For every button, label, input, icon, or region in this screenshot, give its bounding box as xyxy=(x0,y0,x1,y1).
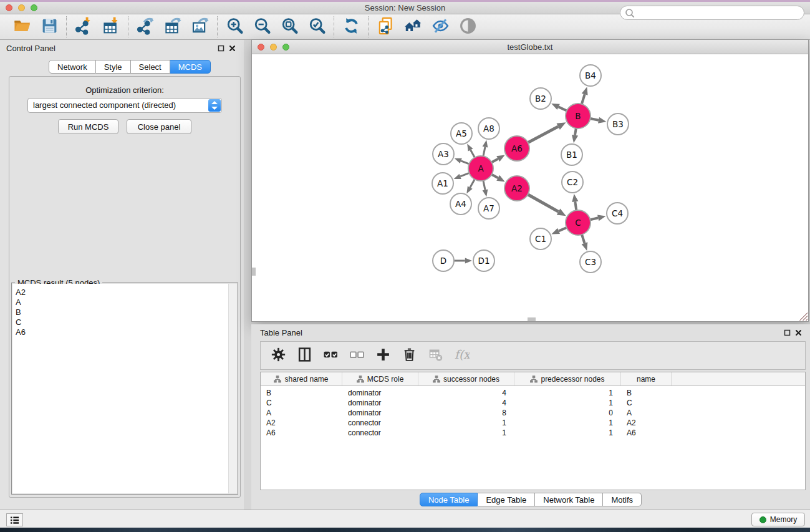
edge-A-A7[interactable] xyxy=(483,181,485,190)
node-C3[interactable]: C3 xyxy=(580,251,601,273)
zoom-selected-button[interactable] xyxy=(305,16,329,37)
select-all-columns-button[interactable] xyxy=(322,346,339,365)
edge-A6-B[interactable] xyxy=(528,127,559,143)
edge-A-A2[interactable] xyxy=(492,175,498,178)
column-header-MCDS-role[interactable]: MCDS role xyxy=(342,372,418,385)
network-vertical-scrollbar[interactable] xyxy=(252,268,256,276)
table-row[interactable]: Cdominator41C xyxy=(261,398,805,408)
edge-A-A6[interactable] xyxy=(492,159,498,163)
tab-network[interactable]: Network xyxy=(49,60,96,74)
edge-B-B4[interactable] xyxy=(582,94,585,104)
mcds-result-scrollbar[interactable] xyxy=(228,284,237,493)
edge-A-A3[interactable] xyxy=(461,161,469,164)
window-resize-grip[interactable] xyxy=(799,312,808,321)
function-builder-button[interactable]: f(x) xyxy=(453,346,470,365)
column-layout-button[interactable] xyxy=(296,346,313,365)
table-close-panel-icon[interactable] xyxy=(793,327,804,338)
tab-edge-table[interactable]: Edge Table xyxy=(478,493,535,506)
task-history-button[interactable] xyxy=(6,513,23,526)
create-column-button[interactable] xyxy=(374,346,392,365)
zoom-fit-button[interactable] xyxy=(277,16,301,37)
memory-button[interactable]: Memory xyxy=(751,513,805,526)
node-A8[interactable]: A8 xyxy=(478,118,499,139)
edge-C-C1[interactable] xyxy=(559,228,567,231)
cybrowser-home-button[interactable] xyxy=(401,16,425,37)
open-file-button[interactable] xyxy=(10,16,34,37)
import-network-button[interactable] xyxy=(72,16,95,37)
import-table-button[interactable] xyxy=(99,16,123,37)
node-A6[interactable]: A6 xyxy=(504,136,529,161)
tab-network-table[interactable]: Network Table xyxy=(535,493,603,506)
node-D1[interactable]: D1 xyxy=(473,250,494,271)
node-B2[interactable]: B2 xyxy=(530,88,551,109)
node-C1[interactable]: C1 xyxy=(530,228,551,249)
mcds-result-item[interactable]: A2 xyxy=(16,288,228,297)
column-header-predecessor-nodes[interactable]: predecessor nodes xyxy=(514,372,621,385)
zoom-out-button[interactable] xyxy=(250,16,274,37)
edge-C-C2[interactable] xyxy=(575,201,576,210)
node-A7[interactable]: A7 xyxy=(478,198,499,219)
new-network-from-selection-button[interactable] xyxy=(374,16,397,37)
edge-A-A8[interactable] xyxy=(483,147,485,157)
node-D[interactable]: D xyxy=(433,250,454,271)
criterion-dropdown[interactable]: largest connected component (directed) xyxy=(27,98,222,113)
node-B1[interactable]: B1 xyxy=(561,144,582,165)
edge-C-C3[interactable] xyxy=(582,235,584,243)
edge-A-A1[interactable] xyxy=(460,173,469,177)
network-horizontal-scrollbar[interactable] xyxy=(528,317,536,321)
show-graphics-details-button[interactable] xyxy=(456,16,480,37)
close-panel-button[interactable]: Close panel xyxy=(127,119,191,134)
mcds-result-item[interactable]: A6 xyxy=(16,327,228,337)
tab-motifs[interactable]: Motifs xyxy=(603,493,642,506)
edge-A-A4[interactable] xyxy=(470,179,475,187)
node-A4[interactable]: A4 xyxy=(450,193,471,215)
hide-graphics-details-button[interactable] xyxy=(428,16,452,37)
mcds-result-item[interactable]: A xyxy=(16,297,228,307)
table-row[interactable]: A6connector11A6 xyxy=(261,428,805,438)
column-header-successor-nodes[interactable]: successor nodes xyxy=(418,372,514,385)
table-row[interactable]: A2connector11A2 xyxy=(261,418,805,428)
edge-B-B1[interactable] xyxy=(575,128,576,135)
node-C2[interactable]: C2 xyxy=(562,172,583,193)
node-A[interactable]: A xyxy=(468,156,493,181)
edge-A2-C[interactable] xyxy=(528,195,558,212)
run-mcds-button[interactable]: Run MCDS xyxy=(58,119,118,134)
node-A3[interactable]: A3 xyxy=(433,143,454,165)
table-options-button[interactable] xyxy=(269,346,287,365)
node-A1[interactable]: A1 xyxy=(432,173,453,194)
edge-B-B3[interactable] xyxy=(591,118,599,120)
network-canvas[interactable]: B4B2BB3A8A5A6A3B1AC2A1A2A4A7C4CC1DD1C3 xyxy=(252,54,808,321)
close-panel-icon[interactable] xyxy=(226,42,238,54)
table-row[interactable]: Adominator80A xyxy=(261,408,805,418)
tab-style[interactable]: Style xyxy=(96,60,131,74)
column-header-shared-name[interactable]: shared name xyxy=(261,372,342,385)
save-session-button[interactable] xyxy=(37,16,61,37)
float-panel-icon[interactable] xyxy=(215,42,226,54)
edge-C-C4[interactable] xyxy=(591,218,599,220)
export-image-button[interactable] xyxy=(188,16,212,37)
node-B4[interactable]: B4 xyxy=(580,65,601,86)
mcds-result-item[interactable]: C xyxy=(16,317,228,327)
node-A5[interactable]: A5 xyxy=(451,123,472,144)
edge-A-A5[interactable] xyxy=(471,150,475,157)
tab-select[interactable]: Select xyxy=(131,60,170,74)
refresh-layout-button[interactable] xyxy=(339,16,363,37)
node-C[interactable]: C xyxy=(566,210,591,235)
export-table-button[interactable] xyxy=(161,16,185,37)
mcds-result-item[interactable]: B xyxy=(16,307,228,317)
delete-table-button[interactable] xyxy=(427,346,444,365)
column-header-name[interactable]: name xyxy=(621,372,672,385)
edge-B-B2[interactable] xyxy=(559,107,567,110)
tab-mcds[interactable]: MCDS xyxy=(170,60,211,74)
zoom-in-button[interactable] xyxy=(223,16,246,37)
search-input[interactable] xyxy=(620,6,804,20)
node-C4[interactable]: C4 xyxy=(607,203,628,224)
table-row[interactable]: Bdominator41B xyxy=(261,388,805,398)
node-B[interactable]: B xyxy=(566,104,591,128)
node-B3[interactable]: B3 xyxy=(607,114,629,135)
delete-columns-button[interactable] xyxy=(400,346,418,365)
table-float-panel-icon[interactable] xyxy=(781,327,793,338)
mcds-result-list[interactable]: A2ABCA6 xyxy=(12,284,228,493)
node-A2[interactable]: A2 xyxy=(504,176,529,201)
tab-node-table[interactable]: Node Table xyxy=(420,493,478,506)
